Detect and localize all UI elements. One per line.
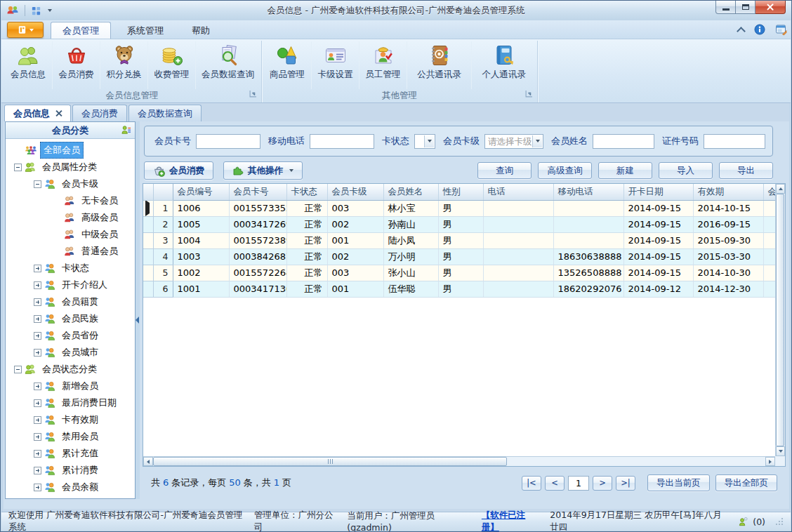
tree-item-label[interactable]: 会员余额 [58, 479, 102, 496]
tree-item[interactable]: 高级会员 [6, 209, 135, 226]
table-cell[interactable]: 13526508888 [553, 265, 623, 281]
table-cell[interactable]: 2015-03-30 [693, 248, 763, 265]
ribbon-tab-0[interactable]: 会员管理 [51, 22, 111, 39]
table-cell[interactable] [483, 216, 553, 232]
tree-item-label[interactable]: 累计充值 [58, 445, 102, 462]
table-cell[interactable]: 18630638888 [553, 248, 623, 265]
tree-item[interactable]: 普通会员 [6, 243, 135, 260]
table-cell[interactable] [763, 248, 775, 265]
table-cell[interactable] [763, 265, 775, 281]
table-cell[interactable]: 正常 [286, 248, 327, 265]
column-header-1[interactable]: 会员卡号 [229, 184, 286, 200]
action-button-3[interactable]: 导入 [659, 162, 713, 179]
table-cell[interactable]: 孙南山 [383, 216, 438, 232]
action-button-1[interactable]: 高级查询 [538, 162, 592, 179]
tree-item-label[interactable]: 开卡介绍人 [58, 277, 111, 293]
scroll-right-button[interactable] [765, 457, 775, 466]
table-cell[interactable]: 男 [438, 232, 483, 248]
column-header-0[interactable]: 会员编号 [173, 184, 229, 200]
tree-item[interactable]: 全部会员 [6, 142, 135, 159]
row-number-cell[interactable]: 1 [153, 200, 173, 216]
table-cell[interactable]: 伍华聪 [383, 281, 438, 297]
filter-select-2[interactable] [414, 134, 435, 149]
next-page-button[interactable]: > [593, 476, 612, 491]
member-list-icon[interactable] [121, 125, 131, 135]
table-cell[interactable]: 003 [327, 265, 383, 281]
table-cell[interactable]: 2014-10-15 [693, 200, 763, 216]
document-tab-1[interactable]: 会员消费 [72, 105, 127, 121]
close-button[interactable] [755, 1, 786, 14]
table-cell[interactable]: 002 [327, 216, 383, 232]
table-cell[interactable]: 0015572389 [229, 232, 286, 248]
info-icon[interactable] [754, 24, 765, 35]
ribbon-button-0-4[interactable]: 会员数据查询 [195, 41, 260, 89]
horizontal-scroll-thumb[interactable] [153, 457, 507, 466]
column-header-10[interactable]: 会员 [763, 184, 775, 200]
tree-item[interactable]: 会员民族 [6, 310, 135, 327]
ribbon-button-0-2[interactable]: 积分兑换 [100, 41, 147, 89]
column-header-3[interactable]: 会员卡级 [327, 184, 383, 200]
collapse-sidebar-icon[interactable] [136, 317, 139, 324]
tree-expander-icon[interactable] [34, 281, 41, 289]
table-cell[interactable]: 男 [438, 265, 483, 281]
dropdown-button[interactable] [532, 135, 542, 147]
tree-item-label[interactable]: 会员城市 [58, 344, 102, 361]
table-cell[interactable]: 林小宝 [383, 200, 438, 216]
table-cell[interactable]: 1003 [173, 248, 229, 265]
table-cell[interactable]: 0003417269 [229, 216, 286, 232]
filter-input-1[interactable] [310, 134, 374, 149]
last-page-button[interactable]: >| [616, 476, 635, 491]
tree-item-label[interactable]: 会员属性分类 [39, 159, 100, 175]
export-all-pages-button[interactable]: 导出全部页 [715, 474, 778, 491]
table-cell[interactable]: 2014-09-12 [623, 281, 693, 297]
column-header-6[interactable]: 电话 [483, 184, 553, 200]
quick-access-dropdown-icon[interactable] [48, 9, 52, 12]
dialog-launcher-icon[interactable] [525, 89, 533, 100]
close-tab-icon[interactable] [55, 110, 62, 117]
table-row[interactable]: 110060015573352正常003林小宝男2014-09-152014-1… [143, 200, 775, 216]
ribbon-button-1-0[interactable]: 商品管理 [263, 41, 311, 89]
export-current-page-button[interactable]: 导出当前页 [647, 474, 710, 491]
table-cell[interactable]: 正常 [286, 216, 327, 232]
tree-expander-icon[interactable] [34, 399, 41, 407]
tree-item[interactable]: 开卡介绍人 [6, 277, 135, 293]
ribbon-button-1-1[interactable]: 卡级设置 [311, 41, 359, 89]
tree-expander-icon[interactable] [34, 265, 41, 272]
column-header-8[interactable]: 开卡日期 [623, 184, 693, 200]
table-cell[interactable]: 2015-09-30 [693, 232, 763, 248]
resize-grip-icon[interactable] [775, 517, 784, 526]
table-cell[interactable]: 002 [327, 248, 383, 265]
table-cell[interactable]: 001 [327, 232, 383, 248]
tree-item[interactable]: 会员状态分类 [6, 361, 135, 378]
tree-item[interactable]: 卡状态 [6, 260, 135, 277]
table-cell[interactable]: 0003417130 [229, 281, 286, 297]
minimize-button[interactable] [715, 1, 736, 14]
table-cell[interactable] [553, 216, 623, 232]
action-button-4[interactable]: 导出 [719, 162, 773, 179]
tree-item[interactable]: 会员余额 [6, 479, 135, 496]
tree-item[interactable]: 累计消费 [6, 462, 135, 479]
table-cell[interactable] [483, 248, 553, 265]
tree-item-label[interactable]: 会员民族 [58, 310, 102, 327]
table-row[interactable]: 210050003417269正常002孙南山男2014-09-152016-0… [143, 216, 775, 232]
ribbon-button-1-4[interactable]: 个人通讯录 [471, 41, 536, 89]
table-cell[interactable]: 2014-09-15 [623, 248, 693, 265]
tree-item[interactable]: 会员属性分类 [6, 159, 135, 175]
table-row[interactable]: 510020015572264正常003张小山男135265088882014-… [143, 265, 775, 281]
table-cell[interactable]: 2014-10-30 [693, 265, 763, 281]
tree-item-label[interactable]: 会员省份 [58, 327, 102, 344]
table-cell[interactable] [483, 232, 553, 248]
table-row[interactable]: 310040015572389正常001陆小凤男2014-09-152015-0… [143, 232, 775, 248]
tree-item-label[interactable]: 中级会员 [78, 226, 121, 243]
tree-item-label[interactable]: 卡有效期 [58, 411, 102, 428]
tree-item[interactable]: 会员省份 [6, 327, 135, 344]
table-cell[interactable]: 2014-09-15 [623, 200, 693, 216]
scroll-down-button[interactable] [776, 446, 785, 456]
tree-expander-icon[interactable] [34, 484, 41, 491]
table-cell[interactable]: 正常 [286, 232, 327, 248]
table-cell[interactable] [483, 265, 553, 281]
document-tab-2[interactable]: 会员数据查询 [128, 105, 202, 121]
tree-expander-icon[interactable] [34, 450, 41, 458]
tree-item-label[interactable]: 会员籍贯 [58, 293, 102, 310]
tree-expander-icon[interactable] [34, 298, 41, 306]
